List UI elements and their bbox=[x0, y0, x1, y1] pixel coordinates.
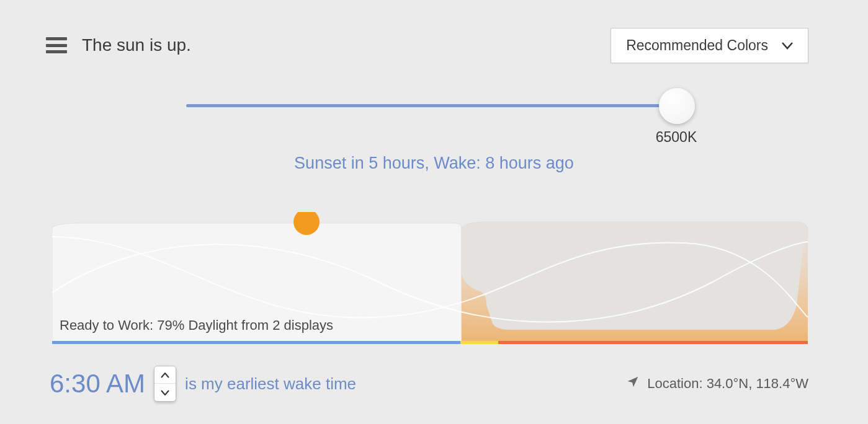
time-color-bar bbox=[52, 341, 808, 344]
slider-track bbox=[186, 104, 676, 107]
dropdown-label: Recommended Colors bbox=[626, 37, 768, 54]
chevron-down-icon bbox=[782, 38, 793, 53]
slider-thumb[interactable] bbox=[659, 88, 695, 124]
location-text: Location: 34.0°N, 118.4°W bbox=[647, 376, 808, 392]
location-arrow-icon bbox=[626, 375, 640, 392]
location-group[interactable]: Location: 34.0°N, 118.4°W bbox=[626, 375, 808, 392]
wake-time-stepper[interactable] bbox=[154, 366, 176, 402]
menu-icon[interactable] bbox=[46, 37, 67, 53]
chart-status-text: Ready to Work: 79% Daylight from 2 displ… bbox=[60, 317, 333, 333]
color-temperature-slider[interactable]: 6500K bbox=[186, 99, 676, 143]
header-left: The sun is up. bbox=[46, 35, 191, 55]
wake-time-label: is my earliest wake time bbox=[185, 374, 356, 394]
timebar-sunset-segment bbox=[460, 341, 498, 344]
footer: 6:30 AM is my earliest wake time Locatio… bbox=[50, 366, 808, 402]
wake-time-down-button[interactable] bbox=[154, 384, 176, 401]
wake-time-up-button[interactable] bbox=[154, 366, 176, 384]
status-text: The sun is up. bbox=[82, 35, 191, 55]
header: The sun is up. Recommended Colors bbox=[46, 27, 808, 64]
timebar-night-segment bbox=[498, 341, 808, 344]
timebar-day-segment bbox=[52, 341, 460, 344]
wake-time-group: 6:30 AM is my earliest wake time bbox=[50, 366, 356, 402]
daylight-chart: Ready to Work: 79% Daylight from 2 displ… bbox=[52, 212, 808, 342]
sunset-wake-info: Sunset in 5 hours, Wake: 8 hours ago bbox=[0, 154, 868, 173]
wake-time-value: 6:30 AM bbox=[50, 369, 145, 399]
color-mode-dropdown[interactable]: Recommended Colors bbox=[611, 28, 808, 63]
slider-value-label: 6500K bbox=[645, 129, 707, 146]
